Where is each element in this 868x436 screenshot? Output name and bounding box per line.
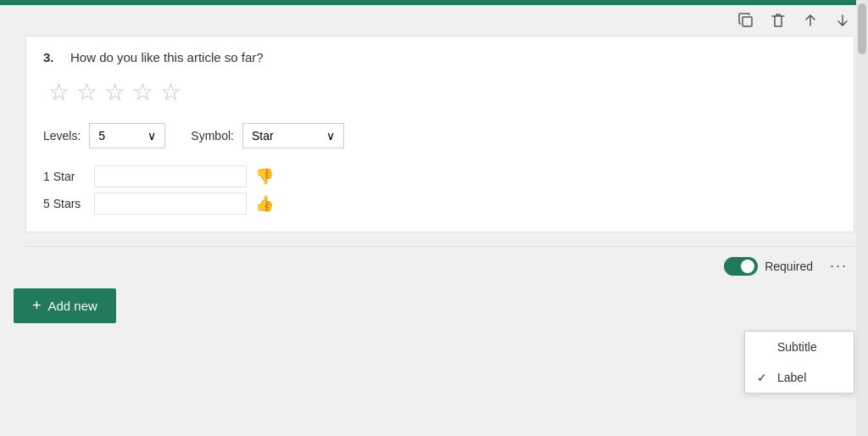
more-options-dropdown: ✓ Subtitle ✓ Label xyxy=(744,331,854,394)
popup-item-label[interactable]: ✓ Label xyxy=(745,362,854,393)
more-options-button[interactable]: ··· xyxy=(826,255,851,277)
question-text-input[interactable] xyxy=(70,50,837,64)
levels-label: Levels: xyxy=(43,129,81,143)
scrollbar[interactable] xyxy=(856,0,868,436)
move-down-icon[interactable] xyxy=(834,12,851,29)
add-new-button[interactable]: + Add new xyxy=(14,288,116,323)
levels-dropdown[interactable]: 5 ∨ xyxy=(89,123,165,148)
symbol-chevron-icon: ∨ xyxy=(326,129,335,143)
star-1[interactable]: ☆ xyxy=(48,78,70,106)
rating-high-input[interactable] xyxy=(94,193,247,215)
add-new-label: Add new xyxy=(48,299,97,313)
label-check-icon: ✓ xyxy=(757,371,771,384)
rating-label-row-2: 5 Stars 👍 xyxy=(43,193,837,215)
symbol-label: Symbol: xyxy=(191,129,234,143)
label-option-label: Label xyxy=(777,371,806,384)
star-3[interactable]: ☆ xyxy=(104,78,125,106)
levels-control: Levels: 5 ∨ xyxy=(43,123,165,148)
scrollbar-thumb xyxy=(858,3,866,54)
popup-item-subtitle[interactable]: ✓ Subtitle xyxy=(745,332,854,362)
delete-icon[interactable] xyxy=(770,12,787,29)
rating-low-label: 1 Star xyxy=(43,170,86,183)
symbol-dropdown[interactable]: Star ∨ xyxy=(242,123,344,148)
star-5[interactable]: ☆ xyxy=(160,78,181,106)
controls-row: Levels: 5 ∨ Symbol: Star ∨ xyxy=(43,123,837,148)
rating-high-label: 5 Stars xyxy=(43,197,86,210)
star-2[interactable]: ☆ xyxy=(76,78,97,106)
thumbs-down-icon: 👎 xyxy=(255,167,274,186)
symbol-value: Star xyxy=(252,129,274,143)
star-4[interactable]: ☆ xyxy=(132,78,153,106)
required-label: Required xyxy=(765,260,813,273)
symbol-control: Symbol: Star ∨ xyxy=(191,123,344,148)
toggle-knob xyxy=(741,260,754,273)
rating-label-row-1: 1 Star 👎 xyxy=(43,165,837,187)
rating-labels: 1 Star 👎 5 Stars 👍 xyxy=(43,165,837,215)
svg-rect-0 xyxy=(743,17,752,26)
required-toggle[interactable] xyxy=(724,257,758,276)
thumbs-up-icon: 👍 xyxy=(255,194,274,213)
levels-value: 5 xyxy=(98,129,105,143)
question-card: 3. ☆ ☆ ☆ ☆ ☆ Levels: 5 ∨ Symbol: Star ∨ … xyxy=(25,36,854,232)
subtitle-option-label: Subtitle xyxy=(777,340,817,354)
rating-low-input[interactable] xyxy=(94,165,247,187)
toolbar xyxy=(0,5,868,36)
required-toggle-container: Required xyxy=(724,257,813,276)
question-number: 3. xyxy=(43,50,60,64)
plus-icon: + xyxy=(32,297,42,315)
levels-chevron-icon: ∨ xyxy=(147,129,156,143)
copy-icon[interactable] xyxy=(737,12,754,29)
move-up-icon[interactable] xyxy=(802,12,819,29)
stars-row: ☆ ☆ ☆ ☆ ☆ xyxy=(43,78,837,106)
bottom-bar: Required ··· xyxy=(0,247,868,285)
question-header: 3. xyxy=(43,50,837,64)
